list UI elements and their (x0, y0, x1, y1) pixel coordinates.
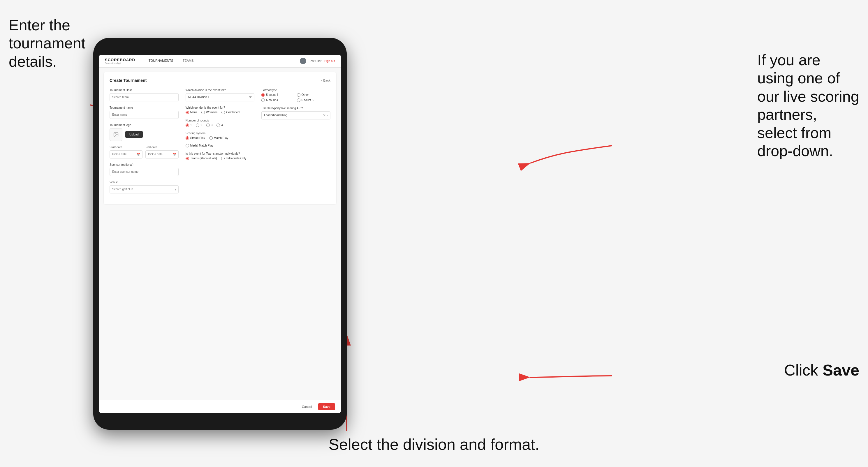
scoring-group: Scoring system Stroke Play Match Play (186, 132, 255, 148)
gender-combined-label: Combined (226, 111, 240, 114)
division-select[interactable]: NCAA Division I (186, 93, 255, 101)
round-3-label: 3 (211, 124, 213, 127)
gender-mens-label: Mens (190, 111, 197, 114)
form-footer: Cancel Save (99, 400, 341, 413)
app-nav: SCOREBOARD Powered by clippi TOURNAMENTS… (99, 55, 341, 68)
round-4-label: 4 (221, 124, 223, 127)
gender-womens-radio[interactable] (202, 111, 205, 114)
gender-radio-group: Mens Womens Combined (186, 111, 255, 114)
format-5count4[interactable]: 5 count 4 (261, 93, 295, 97)
event-individuals[interactable]: Individuals Only (221, 157, 247, 160)
round-1-radio[interactable] (186, 124, 189, 127)
gender-combined[interactable]: Combined (221, 111, 240, 114)
scoring-match-label: Match Play (214, 136, 228, 139)
round-1-label: 1 (190, 124, 192, 127)
event-teams[interactable]: Teams (+Individuals) (186, 157, 217, 160)
upload-button[interactable]: Upload (125, 131, 143, 138)
round-3-radio[interactable] (206, 124, 210, 127)
tournament-name-label: Tournament name (110, 106, 179, 109)
format-other-radio[interactable] (297, 93, 301, 97)
create-tournament-form: Create Tournament Back Tournament Host T… (104, 72, 336, 204)
gender-womens[interactable]: Womens (202, 111, 217, 114)
format-6count4[interactable]: 6 count 4 (261, 98, 295, 102)
nav-tabs: TOURNAMENTS TEAMS (144, 55, 300, 68)
format-type-group: Format type 5 count 4 Other (261, 89, 331, 102)
scoring-match[interactable]: Match Play (209, 136, 228, 140)
rounds-radio-group: 1 2 3 (186, 124, 255, 127)
form-header: Create Tournament Back (110, 78, 331, 83)
form-title: Create Tournament (110, 78, 147, 83)
format-6count4-radio[interactable] (261, 98, 265, 102)
event-teams-radio[interactable] (186, 157, 189, 160)
round-4-radio[interactable] (216, 124, 220, 127)
scoring-stroke[interactable]: Stroke Play (186, 136, 205, 140)
format-5count4-label: 5 count 4 (266, 93, 278, 96)
avatar (300, 58, 306, 64)
tablet-screen: SCOREBOARD Powered by clippi TOURNAMENTS… (99, 55, 341, 413)
tournament-name-group: Tournament name (110, 106, 179, 119)
start-date-wrap: 📅 (110, 150, 143, 158)
round-3[interactable]: 3 (206, 124, 213, 127)
division-label: Which division is the event for? (186, 89, 255, 92)
end-date-label: End date (145, 146, 178, 149)
format-6count5-label: 6 count 5 (302, 98, 313, 102)
format-6count5-radio[interactable] (297, 98, 301, 102)
live-scoring-label: Use third-party live scoring API? (261, 106, 331, 110)
date-group: Start date 📅 End date (110, 146, 179, 158)
annotation-save: Click Click SaveSave (784, 361, 859, 380)
round-4[interactable]: 4 (216, 124, 223, 127)
round-2[interactable]: 2 (196, 124, 202, 127)
end-date-wrap: 📅 (145, 150, 178, 158)
format-5count4-radio[interactable] (261, 93, 265, 97)
venue-input[interactable] (110, 185, 179, 193)
signout-link[interactable]: Sign out (324, 59, 335, 63)
svg-point-5 (115, 133, 116, 134)
gender-womens-label: Womens (206, 111, 217, 114)
format-6count5[interactable]: 6 count 5 (297, 98, 331, 102)
logo-sub: Powered by clippi (105, 62, 135, 64)
save-button[interactable]: Save (318, 403, 335, 410)
scoring-medal[interactable]: Medal Match Play (186, 144, 213, 148)
gender-mens-radio[interactable] (186, 111, 189, 114)
form-columns: Tournament Host Tournament name Tourname… (110, 89, 331, 198)
sponsor-label: Sponsor (optional) (110, 163, 179, 166)
tournament-name-input[interactable] (110, 111, 179, 119)
tab-teams[interactable]: TEAMS (178, 55, 198, 68)
start-date-label: Start date (110, 146, 143, 149)
nav-right: Test User Sign out (300, 58, 335, 64)
back-link[interactable]: Back (321, 79, 331, 82)
tournament-host-input[interactable] (110, 93, 179, 101)
page-content: Create Tournament Back Tournament Host T… (99, 68, 341, 400)
scoring-stroke-radio[interactable] (186, 136, 189, 140)
round-2-radio[interactable] (196, 124, 199, 127)
tournament-logo-label: Tournament logo (110, 124, 179, 127)
scoring-stroke-label: Stroke Play (190, 136, 205, 139)
format-6count4-label: 6 count 4 (266, 98, 278, 102)
logo-main: SCOREBOARD (105, 58, 135, 62)
format-other[interactable]: Other (297, 93, 331, 97)
gender-combined-radio[interactable] (221, 111, 225, 114)
format-other-label: Other (302, 93, 309, 96)
scoring-radio-group: Stroke Play Match Play Medal Match Play (186, 136, 255, 148)
live-scoring-group: Use third-party live scoring API? Leader… (261, 106, 331, 119)
rounds-label: Number of rounds (186, 119, 255, 122)
calendar-icon-end: 📅 (173, 152, 177, 156)
round-1[interactable]: 1 (186, 124, 192, 127)
event-individuals-radio[interactable] (221, 157, 225, 160)
sponsor-group: Sponsor (optional) (110, 163, 179, 176)
tab-tournaments[interactable]: TOURNAMENTS (144, 55, 178, 68)
rounds-group: Number of rounds 1 2 (186, 119, 255, 127)
cancel-button[interactable]: Cancel (298, 403, 315, 410)
gender-mens[interactable]: Mens (186, 111, 197, 114)
sponsor-input[interactable] (110, 168, 179, 176)
calendar-icon-start: 📅 (136, 152, 141, 156)
form-col-middle: Which division is the event for? NCAA Di… (186, 89, 255, 198)
remove-scoring-tag[interactable]: ✕ › (323, 113, 328, 117)
event-type-group: Is this event for Teams and/or Individua… (186, 152, 255, 160)
gender-label: Which gender is the event for? (186, 106, 255, 109)
event-type-label: Is this event for Teams and/or Individua… (186, 152, 255, 155)
scoring-medal-radio[interactable] (186, 144, 189, 148)
event-teams-label: Teams (+Individuals) (190, 157, 217, 160)
scoring-match-radio[interactable] (209, 136, 213, 140)
scoring-medal-label: Medal Match Play (190, 144, 213, 147)
